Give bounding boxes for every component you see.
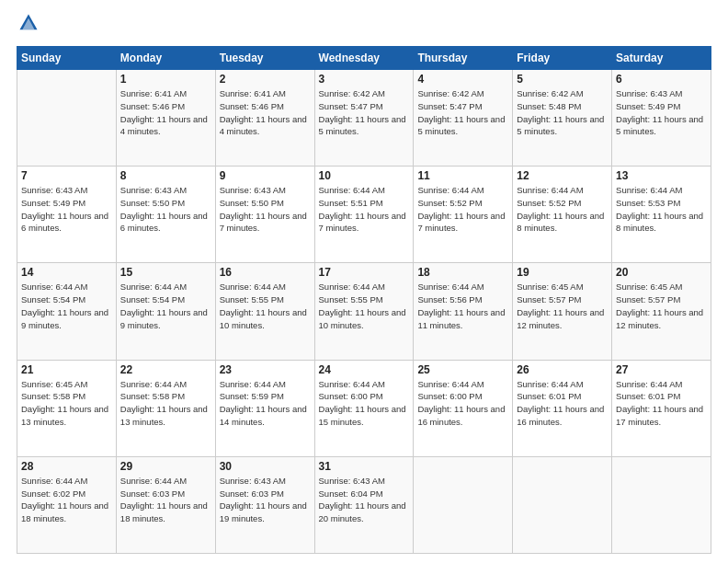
day-number: 3 <box>319 73 410 86</box>
day-number: 15 <box>120 266 211 279</box>
calendar-cell: 25Sunrise: 6:44 AM Sunset: 6:00 PM Dayli… <box>414 360 513 456</box>
calendar-cell: 17Sunrise: 6:44 AM Sunset: 5:55 PM Dayli… <box>314 263 414 360</box>
calendar-cell: 23Sunrise: 6:44 AM Sunset: 5:59 PM Dayli… <box>215 360 314 456</box>
day-info: Sunrise: 6:44 AM Sunset: 6:02 PM Dayligh… <box>21 475 112 525</box>
day-info: Sunrise: 6:43 AM Sunset: 5:49 PM Dayligh… <box>21 184 112 235</box>
day-info: Sunrise: 6:43 AM Sunset: 5:50 PM Dayligh… <box>220 184 311 235</box>
day-number: 5 <box>517 73 608 86</box>
day-info: Sunrise: 6:44 AM Sunset: 5:53 PM Dayligh… <box>616 184 707 235</box>
day-info: Sunrise: 6:44 AM Sunset: 6:03 PM Dayligh… <box>120 475 211 525</box>
day-info: Sunrise: 6:43 AM Sunset: 5:49 PM Dayligh… <box>616 87 707 138</box>
day-info: Sunrise: 6:41 AM Sunset: 5:46 PM Dayligh… <box>220 87 311 138</box>
day-number: 22 <box>120 363 211 376</box>
day-number: 8 <box>120 169 211 182</box>
calendar-cell: 26Sunrise: 6:44 AM Sunset: 6:01 PM Dayli… <box>513 360 612 456</box>
day-number: 29 <box>120 460 211 473</box>
day-number: 19 <box>517 266 608 279</box>
day-of-week-header: Sunday <box>17 47 117 70</box>
calendar-cell: 9Sunrise: 6:43 AM Sunset: 5:50 PM Daylig… <box>215 167 314 263</box>
calendar-cell: 24Sunrise: 6:44 AM Sunset: 6:00 PM Dayli… <box>314 360 414 456</box>
header <box>17 17 711 37</box>
day-info: Sunrise: 6:44 AM Sunset: 6:01 PM Dayligh… <box>517 378 608 429</box>
day-number: 30 <box>220 460 311 473</box>
day-info: Sunrise: 6:45 AM Sunset: 5:57 PM Dayligh… <box>517 281 608 331</box>
day-info: Sunrise: 6:42 AM Sunset: 5:47 PM Dayligh… <box>417 87 508 138</box>
day-of-week-header: Wednesday <box>314 47 414 70</box>
calendar-cell: 29Sunrise: 6:44 AM Sunset: 6:03 PM Dayli… <box>116 456 215 553</box>
calendar-cell <box>513 456 612 553</box>
day-number: 14 <box>21 266 112 279</box>
day-info: Sunrise: 6:44 AM Sunset: 6:01 PM Dayligh… <box>616 378 707 429</box>
day-of-week-header: Thursday <box>414 47 513 70</box>
day-info: Sunrise: 6:44 AM Sunset: 5:51 PM Dayligh… <box>319 184 410 235</box>
calendar-cell: 12Sunrise: 6:44 AM Sunset: 5:52 PM Dayli… <box>513 167 612 263</box>
calendar-table: SundayMondayTuesdayWednesdayThursdayFrid… <box>17 46 711 554</box>
day-of-week-header: Monday <box>116 47 215 70</box>
day-number: 2 <box>220 73 311 86</box>
calendar-cell: 2Sunrise: 6:41 AM Sunset: 5:46 PM Daylig… <box>215 70 314 167</box>
day-number: 11 <box>417 169 508 182</box>
day-number: 16 <box>220 266 311 279</box>
day-info: Sunrise: 6:42 AM Sunset: 5:48 PM Dayligh… <box>517 87 608 138</box>
day-info: Sunrise: 6:45 AM Sunset: 5:58 PM Dayligh… <box>21 378 112 429</box>
day-info: Sunrise: 6:44 AM Sunset: 6:00 PM Dayligh… <box>417 378 508 429</box>
calendar-cell: 20Sunrise: 6:45 AM Sunset: 5:57 PM Dayli… <box>612 263 711 360</box>
day-info: Sunrise: 6:44 AM Sunset: 5:52 PM Dayligh… <box>417 184 508 235</box>
day-info: Sunrise: 6:44 AM Sunset: 5:54 PM Dayligh… <box>21 281 112 331</box>
day-number: 24 <box>319 363 410 376</box>
day-number: 1 <box>120 73 211 86</box>
day-info: Sunrise: 6:42 AM Sunset: 5:47 PM Dayligh… <box>319 87 410 138</box>
day-number: 13 <box>616 169 707 182</box>
day-number: 7 <box>21 169 112 182</box>
day-info: Sunrise: 6:43 AM Sunset: 6:03 PM Dayligh… <box>220 475 311 525</box>
day-info: Sunrise: 6:41 AM Sunset: 5:46 PM Dayligh… <box>120 87 211 138</box>
day-info: Sunrise: 6:43 AM Sunset: 5:50 PM Dayligh… <box>120 184 211 235</box>
day-number: 6 <box>616 73 707 86</box>
calendar-cell: 28Sunrise: 6:44 AM Sunset: 6:02 PM Dayli… <box>17 456 117 553</box>
calendar-cell: 18Sunrise: 6:44 AM Sunset: 5:56 PM Dayli… <box>414 263 513 360</box>
day-info: Sunrise: 6:44 AM Sunset: 5:55 PM Dayligh… <box>220 281 311 331</box>
calendar-cell: 1Sunrise: 6:41 AM Sunset: 5:46 PM Daylig… <box>116 70 215 167</box>
day-of-week-header: Friday <box>513 47 612 70</box>
day-number: 9 <box>220 169 311 182</box>
day-number: 25 <box>417 363 508 376</box>
calendar-week-row: 28Sunrise: 6:44 AM Sunset: 6:02 PM Dayli… <box>17 456 711 553</box>
day-number: 28 <box>21 460 112 473</box>
calendar-cell: 8Sunrise: 6:43 AM Sunset: 5:50 PM Daylig… <box>116 167 215 263</box>
day-info: Sunrise: 6:44 AM Sunset: 5:52 PM Dayligh… <box>517 184 608 235</box>
day-number: 27 <box>616 363 707 376</box>
day-of-week-header: Tuesday <box>215 47 314 70</box>
calendar-cell: 11Sunrise: 6:44 AM Sunset: 5:52 PM Dayli… <box>414 167 513 263</box>
day-number: 31 <box>319 460 410 473</box>
day-info: Sunrise: 6:44 AM Sunset: 5:55 PM Dayligh… <box>319 281 410 331</box>
day-number: 10 <box>319 169 410 182</box>
day-number: 23 <box>220 363 311 376</box>
calendar-cell: 4Sunrise: 6:42 AM Sunset: 5:47 PM Daylig… <box>414 70 513 167</box>
day-info: Sunrise: 6:44 AM Sunset: 5:59 PM Dayligh… <box>220 378 311 429</box>
day-info: Sunrise: 6:44 AM Sunset: 6:00 PM Dayligh… <box>319 378 410 429</box>
calendar-cell: 22Sunrise: 6:44 AM Sunset: 5:58 PM Dayli… <box>116 360 215 456</box>
day-number: 17 <box>319 266 410 279</box>
calendar-cell <box>612 456 711 553</box>
calendar-week-row: 14Sunrise: 6:44 AM Sunset: 5:54 PM Dayli… <box>17 263 711 360</box>
calendar-cell: 21Sunrise: 6:45 AM Sunset: 5:58 PM Dayli… <box>17 360 117 456</box>
calendar-cell: 3Sunrise: 6:42 AM Sunset: 5:47 PM Daylig… <box>314 70 414 167</box>
day-info: Sunrise: 6:44 AM Sunset: 5:56 PM Dayligh… <box>417 281 508 331</box>
calendar-header-row: SundayMondayTuesdayWednesdayThursdayFrid… <box>17 47 711 70</box>
day-number: 21 <box>21 363 112 376</box>
calendar-cell: 5Sunrise: 6:42 AM Sunset: 5:48 PM Daylig… <box>513 70 612 167</box>
calendar-cell: 30Sunrise: 6:43 AM Sunset: 6:03 PM Dayli… <box>215 456 314 553</box>
page: SundayMondayTuesdayWednesdayThursdayFrid… <box>0 0 728 563</box>
day-info: Sunrise: 6:44 AM Sunset: 5:58 PM Dayligh… <box>120 378 211 429</box>
calendar-week-row: 1Sunrise: 6:41 AM Sunset: 5:46 PM Daylig… <box>17 70 711 167</box>
day-info: Sunrise: 6:43 AM Sunset: 6:04 PM Dayligh… <box>319 475 410 525</box>
calendar-cell: 6Sunrise: 6:43 AM Sunset: 5:49 PM Daylig… <box>612 70 711 167</box>
calendar-cell <box>17 70 117 167</box>
calendar-cell: 27Sunrise: 6:44 AM Sunset: 6:01 PM Dayli… <box>612 360 711 456</box>
calendar-cell: 13Sunrise: 6:44 AM Sunset: 5:53 PM Dayli… <box>612 167 711 263</box>
calendar-cell: 16Sunrise: 6:44 AM Sunset: 5:55 PM Dayli… <box>215 263 314 360</box>
day-of-week-header: Saturday <box>612 47 711 70</box>
calendar-cell: 14Sunrise: 6:44 AM Sunset: 5:54 PM Dayli… <box>17 263 117 360</box>
calendar-cell: 10Sunrise: 6:44 AM Sunset: 5:51 PM Dayli… <box>314 167 414 263</box>
day-number: 20 <box>616 266 707 279</box>
